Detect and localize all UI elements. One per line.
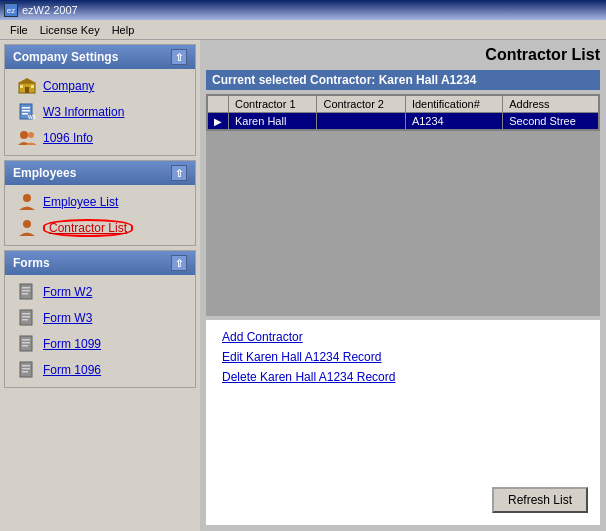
- menu-license[interactable]: License Key: [34, 22, 106, 38]
- menu-bar: File License Key Help: [0, 20, 606, 40]
- 1096info-link-label: 1096 Info: [43, 131, 93, 145]
- svg-rect-3: [20, 85, 23, 88]
- col-header-1: Contractor 1: [229, 96, 317, 113]
- edit-contractor-link[interactable]: Edit Karen Hall A1234 Record: [222, 350, 584, 364]
- col-header-3: Identification#: [405, 96, 502, 113]
- w3info-link-label: W3 Information: [43, 105, 124, 119]
- table-wrapper: Contractor 1 Contractor 2 Identification…: [206, 94, 600, 131]
- form-1099-label: Form 1099: [43, 337, 101, 351]
- company-settings-label: Company Settings: [13, 50, 118, 64]
- delete-contractor-link[interactable]: Delete Karen Hall A1234 Record: [222, 370, 584, 384]
- svg-rect-17: [22, 293, 28, 295]
- employees-label: Employees: [13, 166, 76, 180]
- svg-text:W3: W3: [28, 114, 36, 120]
- sidebar-item-contractor-list[interactable]: Contractor List: [13, 217, 187, 239]
- svg-rect-28: [22, 368, 30, 370]
- svg-point-12: [23, 194, 31, 202]
- col-header-4: Address: [503, 96, 599, 113]
- group-icon: [17, 129, 37, 147]
- row-address: Second Stree: [503, 113, 599, 130]
- contractor-icon: [17, 219, 37, 237]
- menu-file[interactable]: File: [4, 22, 34, 38]
- building-icon: [17, 77, 37, 95]
- sidebar-item-form-w3[interactable]: Form W3: [13, 307, 187, 329]
- employees-section: Employees ⇧ Employee List Contracto: [4, 160, 196, 246]
- forms-label: Forms: [13, 256, 50, 270]
- svg-point-11: [28, 132, 34, 138]
- form-w3-icon: [17, 309, 37, 327]
- app-icon: ez: [4, 3, 18, 17]
- form-1096-label: Form 1096: [43, 363, 101, 377]
- svg-rect-21: [22, 319, 28, 321]
- sidebar-item-company[interactable]: Company: [13, 75, 187, 97]
- sidebar-item-form-1096[interactable]: Form 1096: [13, 359, 187, 381]
- sidebar-item-form-1099[interactable]: Form 1099: [13, 333, 187, 355]
- form-w3-label: Form W3: [43, 311, 92, 325]
- sidebar-item-1096info[interactable]: 1096 Info: [13, 127, 187, 149]
- content-title: Contractor List: [206, 46, 600, 64]
- sidebar-item-form-w2[interactable]: Form W2: [13, 281, 187, 303]
- svg-rect-4: [31, 85, 34, 88]
- refresh-list-button[interactable]: Refresh List: [492, 487, 588, 513]
- app-title: ezW2 2007: [22, 4, 78, 16]
- contractor-table: Contractor 1 Contractor 2 Identification…: [207, 95, 599, 130]
- company-settings-collapse[interactable]: ⇧: [171, 49, 187, 65]
- company-link-label: Company: [43, 79, 94, 93]
- col-header-2: Contractor 2: [317, 96, 405, 113]
- svg-rect-15: [22, 287, 30, 289]
- row-arrow: ▶: [208, 113, 229, 130]
- row-contractor1: Karen Hall: [229, 113, 317, 130]
- forms-section: Forms ⇧ Form W2: [4, 250, 196, 388]
- company-settings-content: Company W3 W3 Information: [5, 69, 195, 155]
- employee-list-label: Employee List: [43, 195, 118, 209]
- svg-rect-23: [22, 339, 30, 341]
- add-contractor-link[interactable]: Add Contractor: [222, 330, 584, 344]
- employees-content: Employee List Contractor List: [5, 185, 195, 245]
- actions-area: Add Contractor Edit Karen Hall A1234 Rec…: [206, 320, 600, 525]
- document-icon: W3: [17, 103, 37, 121]
- employees-header: Employees ⇧: [5, 161, 195, 185]
- selected-contractor-bar: Current selected Contractor: Karen Hall …: [206, 70, 600, 90]
- content-area: Contractor List Current selected Contrac…: [200, 40, 606, 531]
- svg-rect-27: [22, 365, 30, 367]
- row-identification: A1234: [405, 113, 502, 130]
- svg-rect-25: [22, 345, 28, 347]
- svg-rect-29: [22, 371, 28, 373]
- main-container: Company Settings ⇧ Company: [0, 40, 606, 531]
- svg-point-13: [23, 220, 31, 228]
- table-empty-area: [206, 131, 600, 316]
- sidebar-item-w3info[interactable]: W3 W3 Information: [13, 101, 187, 123]
- svg-rect-24: [22, 342, 30, 344]
- company-settings-header: Company Settings ⇧: [5, 45, 195, 69]
- contractor-list-label: Contractor List: [43, 219, 133, 237]
- forms-header: Forms ⇧: [5, 251, 195, 275]
- sidebar-item-employee-list[interactable]: Employee List: [13, 191, 187, 213]
- table-row[interactable]: ▶ Karen Hall A1234 Second Stree: [208, 113, 599, 130]
- employees-collapse[interactable]: ⇧: [171, 165, 187, 181]
- svg-rect-20: [22, 316, 30, 318]
- svg-rect-16: [22, 290, 30, 292]
- title-bar: ez ezW2 2007: [0, 0, 606, 20]
- svg-marker-1: [18, 78, 36, 83]
- forms-content: Form W2 Form W3: [5, 275, 195, 387]
- svg-rect-6: [22, 107, 30, 109]
- menu-help[interactable]: Help: [106, 22, 141, 38]
- svg-point-10: [20, 131, 28, 139]
- form-1099-icon: [17, 335, 37, 353]
- sidebar: Company Settings ⇧ Company: [0, 40, 200, 531]
- form-1096-icon: [17, 361, 37, 379]
- company-settings-section: Company Settings ⇧ Company: [4, 44, 196, 156]
- svg-rect-19: [22, 313, 30, 315]
- form-w2-icon: [17, 283, 37, 301]
- svg-rect-2: [25, 87, 29, 93]
- forms-collapse[interactable]: ⇧: [171, 255, 187, 271]
- svg-rect-7: [22, 110, 30, 112]
- col-header-arrow: [208, 96, 229, 113]
- form-w2-label: Form W2: [43, 285, 92, 299]
- person-icon: [17, 193, 37, 211]
- row-contractor2: [317, 113, 405, 130]
